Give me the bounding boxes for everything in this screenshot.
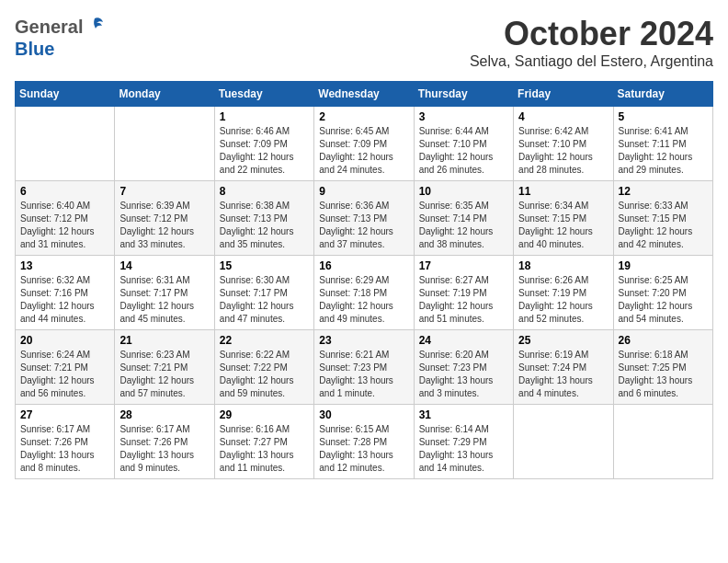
calendar-cell: 1Sunrise: 6:46 AM Sunset: 7:09 PM Daylig… xyxy=(214,107,313,181)
calendar-cell xyxy=(613,405,712,479)
calendar-cell: 15Sunrise: 6:30 AM Sunset: 7:17 PM Dayli… xyxy=(214,256,313,330)
day-info: Sunrise: 6:24 AM Sunset: 7:21 PM Dayligh… xyxy=(20,349,109,400)
day-number: 4 xyxy=(518,110,608,123)
calendar-cell: 11Sunrise: 6:34 AM Sunset: 7:15 PM Dayli… xyxy=(514,181,613,256)
day-info: Sunrise: 6:14 AM Sunset: 7:29 PM Dayligh… xyxy=(419,423,508,475)
calendar-week-row: 13Sunrise: 6:32 AM Sunset: 7:16 PM Dayli… xyxy=(16,256,713,330)
day-number: 10 xyxy=(419,185,508,198)
day-info: Sunrise: 6:15 AM Sunset: 7:28 PM Dayligh… xyxy=(319,423,408,475)
day-number: 22 xyxy=(220,334,309,347)
day-info: Sunrise: 6:36 AM Sunset: 7:13 PM Dayligh… xyxy=(319,200,408,251)
calendar-cell: 17Sunrise: 6:27 AM Sunset: 7:19 PM Dayli… xyxy=(414,256,513,330)
day-number: 14 xyxy=(119,259,209,272)
title-area: October 2024 Selva, Santiago del Estero,… xyxy=(470,15,713,70)
day-number: 27 xyxy=(20,408,109,421)
day-info: Sunrise: 6:18 AM Sunset: 7:25 PM Dayligh… xyxy=(619,349,708,400)
calendar-cell: 9Sunrise: 6:36 AM Sunset: 7:13 PM Daylig… xyxy=(314,181,414,256)
day-number: 31 xyxy=(419,408,508,421)
calendar-cell: 12Sunrise: 6:33 AM Sunset: 7:15 PM Dayli… xyxy=(613,181,712,256)
calendar-cell: 23Sunrise: 6:21 AM Sunset: 7:23 PM Dayli… xyxy=(314,330,414,405)
day-info: Sunrise: 6:39 AM Sunset: 7:12 PM Dayligh… xyxy=(119,200,209,251)
day-info: Sunrise: 6:29 AM Sunset: 7:18 PM Dayligh… xyxy=(319,274,408,326)
day-info: Sunrise: 6:27 AM Sunset: 7:19 PM Dayligh… xyxy=(419,274,508,326)
day-number: 28 xyxy=(119,408,209,421)
logo-blue-text: Blue xyxy=(15,39,54,60)
weekday-header-row: SundayMondayTuesdayWednesdayThursdayFrid… xyxy=(16,82,713,107)
day-info: Sunrise: 6:35 AM Sunset: 7:14 PM Dayligh… xyxy=(419,200,508,251)
day-number: 6 xyxy=(20,185,109,198)
day-number: 18 xyxy=(518,259,608,272)
day-info: Sunrise: 6:23 AM Sunset: 7:21 PM Dayligh… xyxy=(119,349,209,400)
day-number: 5 xyxy=(619,110,708,123)
day-info: Sunrise: 6:21 AM Sunset: 7:23 PM Dayligh… xyxy=(319,349,408,400)
day-number: 8 xyxy=(220,185,309,198)
logo-bird-icon xyxy=(85,15,105,39)
calendar-cell: 27Sunrise: 6:17 AM Sunset: 7:26 PM Dayli… xyxy=(16,405,115,479)
day-number: 3 xyxy=(419,110,508,123)
calendar-cell: 25Sunrise: 6:19 AM Sunset: 7:24 PM Dayli… xyxy=(514,330,613,405)
calendar-cell: 10Sunrise: 6:35 AM Sunset: 7:14 PM Dayli… xyxy=(414,181,513,256)
calendar-cell: 26Sunrise: 6:18 AM Sunset: 7:25 PM Dayli… xyxy=(613,330,712,405)
day-info: Sunrise: 6:22 AM Sunset: 7:22 PM Dayligh… xyxy=(220,349,309,400)
calendar-cell xyxy=(115,107,214,181)
day-number: 29 xyxy=(220,408,309,421)
month-title: October 2024 xyxy=(470,15,713,53)
day-info: Sunrise: 6:33 AM Sunset: 7:15 PM Dayligh… xyxy=(619,200,708,251)
day-number: 24 xyxy=(419,334,508,347)
day-number: 9 xyxy=(319,185,408,198)
day-info: Sunrise: 6:40 AM Sunset: 7:12 PM Dayligh… xyxy=(20,200,109,251)
day-info: Sunrise: 6:16 AM Sunset: 7:27 PM Dayligh… xyxy=(220,423,309,475)
day-info: Sunrise: 6:45 AM Sunset: 7:09 PM Dayligh… xyxy=(319,125,408,177)
day-number: 1 xyxy=(220,110,309,123)
day-number: 13 xyxy=(20,259,109,272)
day-info: Sunrise: 6:41 AM Sunset: 7:11 PM Dayligh… xyxy=(619,125,708,177)
calendar-week-row: 1Sunrise: 6:46 AM Sunset: 7:09 PM Daylig… xyxy=(16,107,713,181)
calendar-cell: 4Sunrise: 6:42 AM Sunset: 7:10 PM Daylig… xyxy=(514,107,613,181)
calendar-cell xyxy=(514,405,613,479)
calendar-table: SundayMondayTuesdayWednesdayThursdayFrid… xyxy=(15,81,713,479)
day-info: Sunrise: 6:20 AM Sunset: 7:23 PM Dayligh… xyxy=(419,349,508,400)
calendar-cell: 31Sunrise: 6:14 AM Sunset: 7:29 PM Dayli… xyxy=(414,405,513,479)
calendar-cell: 29Sunrise: 6:16 AM Sunset: 7:27 PM Dayli… xyxy=(214,405,313,479)
day-number: 19 xyxy=(619,259,708,272)
day-info: Sunrise: 6:44 AM Sunset: 7:10 PM Dayligh… xyxy=(419,125,508,177)
weekday-header-saturday: Saturday xyxy=(613,82,712,107)
day-number: 11 xyxy=(518,185,608,198)
calendar-cell: 14Sunrise: 6:31 AM Sunset: 7:17 PM Dayli… xyxy=(115,256,214,330)
calendar-week-row: 6Sunrise: 6:40 AM Sunset: 7:12 PM Daylig… xyxy=(16,181,713,256)
weekday-header-friday: Friday xyxy=(514,82,613,107)
day-info: Sunrise: 6:38 AM Sunset: 7:13 PM Dayligh… xyxy=(220,200,309,251)
logo-general-text: General xyxy=(15,17,83,38)
calendar-cell: 8Sunrise: 6:38 AM Sunset: 7:13 PM Daylig… xyxy=(214,181,313,256)
day-number: 12 xyxy=(619,185,708,198)
calendar-cell: 6Sunrise: 6:40 AM Sunset: 7:12 PM Daylig… xyxy=(16,181,115,256)
weekday-header-tuesday: Tuesday xyxy=(214,82,313,107)
calendar-cell: 13Sunrise: 6:32 AM Sunset: 7:16 PM Dayli… xyxy=(16,256,115,330)
day-info: Sunrise: 6:19 AM Sunset: 7:24 PM Dayligh… xyxy=(518,349,608,400)
day-number: 30 xyxy=(319,408,408,421)
day-number: 20 xyxy=(20,334,109,347)
day-number: 26 xyxy=(619,334,708,347)
calendar-week-row: 27Sunrise: 6:17 AM Sunset: 7:26 PM Dayli… xyxy=(16,405,713,479)
logo: General Blue xyxy=(15,15,105,60)
calendar-cell: 30Sunrise: 6:15 AM Sunset: 7:28 PM Dayli… xyxy=(314,405,414,479)
calendar-cell: 18Sunrise: 6:26 AM Sunset: 7:19 PM Dayli… xyxy=(514,256,613,330)
day-info: Sunrise: 6:34 AM Sunset: 7:15 PM Dayligh… xyxy=(518,200,608,251)
day-info: Sunrise: 6:42 AM Sunset: 7:10 PM Dayligh… xyxy=(518,125,608,177)
day-number: 16 xyxy=(319,259,408,272)
calendar-week-row: 20Sunrise: 6:24 AM Sunset: 7:21 PM Dayli… xyxy=(16,330,713,405)
weekday-header-thursday: Thursday xyxy=(414,82,513,107)
day-number: 21 xyxy=(119,334,209,347)
calendar-cell: 5Sunrise: 6:41 AM Sunset: 7:11 PM Daylig… xyxy=(613,107,712,181)
day-info: Sunrise: 6:32 AM Sunset: 7:16 PM Dayligh… xyxy=(20,274,109,326)
day-number: 2 xyxy=(319,110,408,123)
calendar-cell: 7Sunrise: 6:39 AM Sunset: 7:12 PM Daylig… xyxy=(115,181,214,256)
page-header: General Blue October 2024 Selva, Santiag… xyxy=(15,15,713,70)
day-info: Sunrise: 6:17 AM Sunset: 7:26 PM Dayligh… xyxy=(119,423,209,475)
calendar-cell: 3Sunrise: 6:44 AM Sunset: 7:10 PM Daylig… xyxy=(414,107,513,181)
day-info: Sunrise: 6:17 AM Sunset: 7:26 PM Dayligh… xyxy=(20,423,109,475)
day-number: 23 xyxy=(319,334,408,347)
calendar-cell: 20Sunrise: 6:24 AM Sunset: 7:21 PM Dayli… xyxy=(16,330,115,405)
day-number: 7 xyxy=(119,185,209,198)
day-info: Sunrise: 6:31 AM Sunset: 7:17 PM Dayligh… xyxy=(119,274,209,326)
